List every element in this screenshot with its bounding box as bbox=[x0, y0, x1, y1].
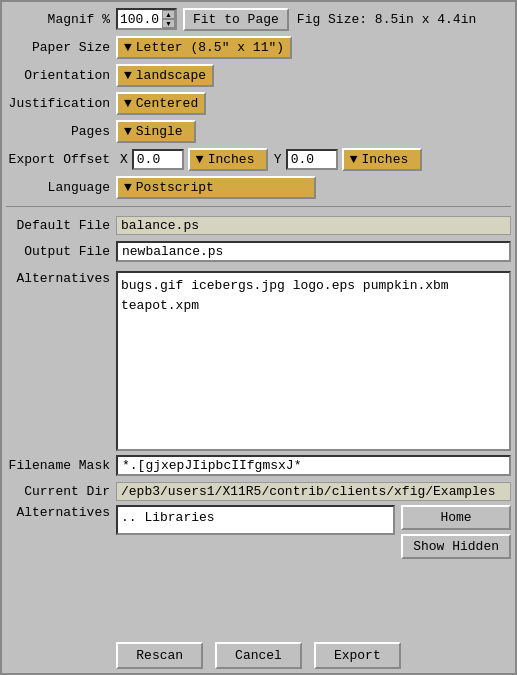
language-row: Language ▼ Postscript bbox=[6, 174, 511, 200]
filename-mask-input[interactable] bbox=[116, 455, 511, 476]
orientation-dropdown[interactable]: ▼ landscape bbox=[116, 64, 214, 87]
dropdown-arrow-icon4: ▼ bbox=[124, 124, 132, 139]
output-file-input[interactable] bbox=[116, 241, 511, 262]
dropdown-arrow-icon: ▼ bbox=[124, 40, 132, 55]
cancel-button[interactable]: Cancel bbox=[215, 642, 302, 669]
magnif-row: Magnif % ▲ ▼ Fit to Page Fig Size: 8.5in… bbox=[6, 6, 511, 32]
dir-section: Alternatives .. Libraries Home Show Hidd… bbox=[6, 505, 511, 559]
dropdown-arrow-icon7: ▼ bbox=[124, 180, 132, 195]
y-offset-input[interactable] bbox=[286, 149, 338, 170]
dropdown-arrow-icon6: ▼ bbox=[350, 152, 358, 167]
paper-size-value: Letter (8.5" x 11") bbox=[136, 40, 284, 55]
paper-size-row: Paper Size ▼ Letter (8.5" x 11") bbox=[6, 34, 511, 60]
inches-dropdown-2[interactable]: ▼ Inches bbox=[342, 148, 422, 171]
spacer-1 bbox=[6, 265, 511, 269]
orientation-value: landscape bbox=[136, 68, 206, 83]
home-button[interactable]: Home bbox=[401, 505, 511, 530]
alternatives-line1: bugs.gif icebergs.jpg logo.eps pumpkin.x… bbox=[121, 276, 506, 296]
dropdown-arrow-icon2: ▼ bbox=[124, 68, 132, 83]
dir-alternatives-content: .. Libraries bbox=[121, 510, 215, 525]
output-file-row: Output File bbox=[6, 239, 511, 263]
magnif-spin-up[interactable]: ▲ bbox=[162, 10, 175, 19]
pages-dropdown[interactable]: ▼ Single bbox=[116, 120, 196, 143]
current-dir-row: Current Dir /epb3/users1/X11R5/contrib/c… bbox=[6, 479, 511, 503]
inches-value-1: Inches bbox=[208, 152, 255, 167]
dir-alternatives-label: Alternatives bbox=[6, 505, 116, 520]
default-file-value: balance.ps bbox=[116, 216, 511, 235]
inches-dropdown-1[interactable]: ▼ Inches bbox=[188, 148, 268, 171]
rescan-button[interactable]: Rescan bbox=[116, 642, 203, 669]
filename-mask-row: Filename Mask bbox=[6, 453, 511, 477]
magnif-spinner: ▲ ▼ bbox=[162, 10, 175, 28]
output-file-label: Output File bbox=[6, 244, 116, 259]
current-dir-value: /epb3/users1/X11R5/contrib/clients/xfig/… bbox=[116, 482, 511, 501]
justification-label: Justification bbox=[6, 96, 116, 111]
inches-value-2: Inches bbox=[361, 152, 408, 167]
magnif-input[interactable] bbox=[118, 11, 162, 28]
x-offset-input[interactable] bbox=[132, 149, 184, 170]
action-buttons-row: Rescan Cancel Export bbox=[6, 642, 511, 669]
justification-dropdown[interactable]: ▼ Centered bbox=[116, 92, 206, 115]
alternatives-files-box[interactable]: bugs.gif icebergs.jpg logo.eps pumpkin.x… bbox=[116, 271, 511, 451]
language-value: Postscript bbox=[136, 180, 214, 195]
default-file-label: Default File bbox=[6, 218, 116, 233]
show-hidden-button[interactable]: Show Hidden bbox=[401, 534, 511, 559]
dir-alternatives-box[interactable]: .. Libraries bbox=[116, 505, 395, 535]
dropdown-arrow-icon5: ▼ bbox=[196, 152, 204, 167]
orientation-row: Orientation ▼ landscape bbox=[6, 62, 511, 88]
alternatives-line2: teapot.xpm bbox=[121, 296, 506, 316]
magnif-input-wrap: ▲ ▼ bbox=[116, 8, 177, 30]
current-dir-label: Current Dir bbox=[6, 484, 116, 499]
orientation-label: Orientation bbox=[6, 68, 116, 83]
fig-size-text: Fig Size: 8.5in x 4.4in bbox=[297, 12, 476, 27]
magnif-spin-down[interactable]: ▼ bbox=[162, 19, 175, 28]
spacer-2 bbox=[6, 561, 511, 636]
language-dropdown[interactable]: ▼ Postscript bbox=[116, 176, 316, 199]
language-label: Language bbox=[6, 180, 116, 195]
y-label: Y bbox=[274, 152, 282, 167]
filename-mask-label: Filename Mask bbox=[6, 458, 116, 473]
alternatives-files-row: Alternatives bugs.gif icebergs.jpg logo.… bbox=[6, 271, 511, 451]
pages-label: Pages bbox=[6, 124, 116, 139]
divider-1 bbox=[6, 206, 511, 207]
x-label: X bbox=[120, 152, 128, 167]
export-offset-label: Export Offset bbox=[6, 152, 116, 167]
pages-row: Pages ▼ Single bbox=[6, 118, 511, 144]
dir-alternatives-row: Alternatives .. Libraries bbox=[6, 505, 395, 535]
justification-value: Centered bbox=[136, 96, 198, 111]
alternatives-files-label: Alternatives bbox=[6, 271, 116, 286]
fit-to-page-button[interactable]: Fit to Page bbox=[183, 8, 289, 31]
pages-value: Single bbox=[136, 124, 183, 139]
magnif-label: Magnif % bbox=[6, 12, 116, 27]
justification-row: Justification ▼ Centered bbox=[6, 90, 511, 116]
export-offset-row: Export Offset X ▼ Inches Y ▼ Inches bbox=[6, 146, 511, 172]
dropdown-arrow-icon3: ▼ bbox=[124, 96, 132, 111]
paper-size-label: Paper Size bbox=[6, 40, 116, 55]
default-file-row: Default File balance.ps bbox=[6, 213, 511, 237]
paper-size-dropdown[interactable]: ▼ Letter (8.5" x 11") bbox=[116, 36, 292, 59]
export-button[interactable]: Export bbox=[314, 642, 401, 669]
side-buttons: Home Show Hidden bbox=[401, 505, 511, 559]
